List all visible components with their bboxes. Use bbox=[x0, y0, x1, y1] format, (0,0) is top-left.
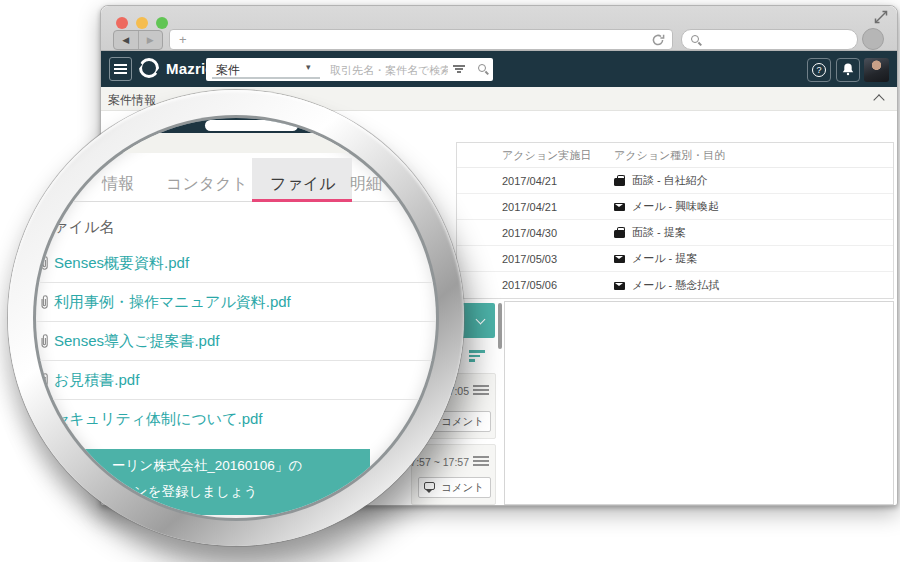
magnified-search-box bbox=[205, 120, 298, 131]
action-date: 2017/04/30 bbox=[502, 227, 614, 239]
back-button[interactable]: ◀ bbox=[114, 31, 139, 49]
collapse-chevron-up-icon[interactable] bbox=[873, 94, 884, 105]
url-bar: + bbox=[169, 29, 673, 50]
detail-panel bbox=[504, 301, 894, 505]
table-row[interactable]: 2017/04/30 面談 - 提案 bbox=[457, 220, 893, 246]
close-window-button[interactable] bbox=[116, 17, 128, 29]
action-type: 面談 - 自社紹介 bbox=[632, 173, 708, 188]
zoom-window-button[interactable] bbox=[156, 17, 168, 29]
list-item[interactable]: 利用事例・操作マニュアル資料.pdf bbox=[36, 283, 436, 322]
url-input[interactable] bbox=[194, 31, 634, 48]
comment-button[interactable]: コメント bbox=[418, 477, 491, 498]
search-icon bbox=[690, 34, 702, 46]
file-link[interactable]: Senses導入ご提案書.pdf bbox=[54, 332, 219, 351]
global-search-box: 案件 ▾ bbox=[206, 58, 493, 81]
browser-chrome: ◀ ▶ + bbox=[101, 6, 897, 51]
banner-line2: ョンを登録しましょう bbox=[120, 483, 258, 501]
mazrica-mark-icon bbox=[139, 58, 159, 78]
col-header-type: アクション種別・目的 bbox=[614, 148, 725, 163]
drag-handle-icon[interactable] bbox=[473, 385, 489, 396]
browser-search-bar bbox=[681, 29, 858, 50]
scrollbar-thumb[interactable] bbox=[498, 303, 502, 349]
action-date: 2017/05/06 bbox=[502, 279, 614, 291]
action-type: メール - 懸念払拭 bbox=[632, 278, 719, 293]
filter-icon[interactable] bbox=[452, 65, 466, 75]
actions-table: アクション実施日 アクション種別・目的 2017/04/21 面談 - 自社紹介… bbox=[456, 142, 894, 299]
bell-icon bbox=[841, 62, 855, 77]
comment-bubble-icon bbox=[424, 482, 435, 490]
tab-files[interactable]: ファイル bbox=[270, 174, 336, 195]
action-date: 2017/04/21 bbox=[502, 201, 614, 213]
drag-handle-icon[interactable] bbox=[473, 456, 489, 467]
table-row[interactable]: 2017/05/03 メール - 提案 bbox=[457, 246, 893, 272]
notifications-button[interactable] bbox=[836, 58, 860, 82]
list-item[interactable]: Senses概要資料.pdf bbox=[36, 244, 436, 283]
refresh-icon[interactable] bbox=[651, 33, 665, 47]
actions-table-header: アクション実施日 アクション種別・目的 bbox=[457, 143, 893, 168]
new-tab-icon[interactable]: + bbox=[179, 31, 187, 49]
col-header-date: アクション実施日 bbox=[502, 148, 614, 163]
banner-line1: ーリン株式会社_20160106」の bbox=[112, 457, 302, 475]
table-row[interactable]: 2017/04/21 面談 - 自社紹介 bbox=[457, 168, 893, 194]
active-tab-underline bbox=[252, 199, 352, 202]
file-list-header: ファイル名 bbox=[38, 218, 114, 237]
sort-icon[interactable] bbox=[469, 350, 487, 364]
file-link[interactable]: Senses概要資料.pdf bbox=[54, 254, 189, 273]
timeline-card[interactable]: 17:57 ~ 17:57 コメント bbox=[411, 444, 496, 505]
magnifier-lens: 情報 コンタクト ファイル 明細 ファイル名 Senses概要資料.pdf 利用… bbox=[8, 90, 464, 546]
action-type: メール - 提案 bbox=[632, 251, 697, 266]
file-link[interactable]: セキュリティ体制について.pdf bbox=[54, 410, 263, 429]
action-date: 2017/04/21 bbox=[502, 175, 614, 187]
paperclip-icon bbox=[38, 372, 51, 389]
action-type-icon bbox=[614, 178, 625, 186]
action-type: 面談 - 提案 bbox=[632, 225, 686, 240]
user-avatar[interactable] bbox=[864, 58, 889, 82]
menu-hamburger-icon[interactable] bbox=[109, 57, 132, 81]
caret-down-icon: ▾ bbox=[306, 62, 311, 72]
action-type-icon bbox=[614, 230, 625, 238]
action-type-icon bbox=[614, 255, 625, 263]
comment-label: コメント bbox=[441, 481, 484, 493]
action-type: メール - 興味喚起 bbox=[632, 199, 719, 214]
table-row[interactable]: 2017/05/06 メール - 懸念払拭 bbox=[457, 272, 893, 298]
fullscreen-expand-icon[interactable] bbox=[873, 9, 889, 25]
tab-details[interactable]: 明細 bbox=[350, 174, 382, 195]
list-item[interactable]: セキュリティ体制について.pdf bbox=[36, 400, 436, 439]
minimize-window-button[interactable] bbox=[136, 17, 148, 29]
list-item[interactable]: Senses導入ご提案書.pdf bbox=[36, 322, 436, 361]
browser-nav-buttons: ◀ ▶ bbox=[113, 30, 163, 50]
forward-button[interactable]: ▶ bbox=[139, 31, 163, 49]
file-link[interactable]: 利用事例・操作マニュアル資料.pdf bbox=[54, 293, 291, 312]
paperclip-icon bbox=[38, 411, 51, 428]
tab-info[interactable]: 情報 bbox=[102, 174, 134, 195]
magnifier-glass: 情報 コンタクト ファイル 明細 ファイル名 Senses概要資料.pdf 利用… bbox=[36, 118, 436, 518]
action-type-icon bbox=[614, 203, 625, 211]
onboarding-banner: ーリン株式会社_20160106」の ョンを登録しましょう bbox=[50, 449, 370, 515]
help-button[interactable]: ? bbox=[807, 58, 831, 82]
comment-label: コメント bbox=[441, 415, 484, 427]
action-date: 2017/05/03 bbox=[502, 253, 614, 265]
browser-profile-icon[interactable] bbox=[862, 28, 884, 50]
file-link[interactable]: お見積書.pdf bbox=[54, 371, 139, 390]
select-underline bbox=[212, 77, 320, 79]
screenshot-stage: ◀ ▶ + bbox=[0, 0, 900, 562]
paperclip-icon bbox=[38, 294, 51, 311]
action-type-icon bbox=[614, 282, 625, 290]
file-list: Senses概要資料.pdf 利用事例・操作マニュアル資料.pdf Senses… bbox=[36, 244, 436, 439]
list-item[interactable]: お見積書.pdf bbox=[36, 361, 436, 400]
table-row[interactable]: 2017/04/21 メール - 興味喚起 bbox=[457, 194, 893, 220]
app-navbar: Mazrica 案件 ▾ ? bbox=[101, 51, 897, 87]
paperclip-icon bbox=[38, 255, 51, 272]
question-icon: ? bbox=[812, 63, 826, 77]
browser-search-input[interactable] bbox=[706, 32, 851, 48]
tabbar-divider bbox=[36, 201, 436, 202]
chevron-down-icon bbox=[476, 315, 486, 325]
tab-contact[interactable]: コンタクト bbox=[166, 174, 248, 195]
paperclip-icon bbox=[38, 333, 51, 350]
search-submit-icon[interactable] bbox=[477, 63, 489, 75]
global-search-input[interactable] bbox=[330, 61, 448, 78]
